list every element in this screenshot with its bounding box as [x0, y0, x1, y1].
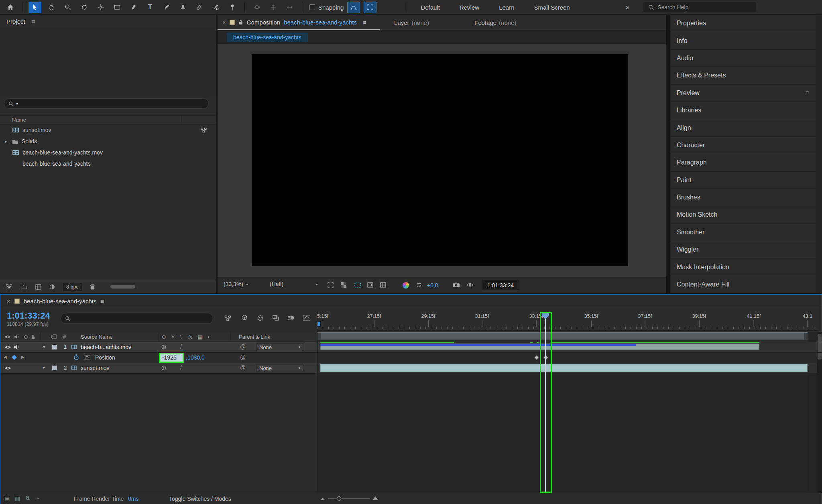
layer-row-2[interactable]: ▸ 2 sunset.mov / @ None ▾	[0, 363, 317, 373]
comp-breadcrumb[interactable]: beach-blue-sea-and-yachts	[227, 33, 308, 42]
stopwatch-icon[interactable]	[73, 354, 79, 360]
panel-item-effects-presets[interactable]: Effects & Presets	[670, 67, 816, 84]
layer-label-color[interactable]	[52, 365, 57, 371]
panel-menu-icon[interactable]: ≡	[363, 19, 366, 26]
previous-keyframe-icon[interactable]: ◀	[4, 355, 7, 359]
shy-switch-icon[interactable]	[161, 344, 167, 350]
frame-render-time-value[interactable]: 0ms	[128, 496, 138, 502]
expand-transfer-controls-icon[interactable]: ▥	[15, 495, 20, 502]
new-composition-icon[interactable]	[35, 284, 41, 290]
parent-dropdown[interactable]: None ▾	[256, 364, 303, 372]
grid-icon[interactable]	[380, 282, 386, 288]
eraser-tool[interactable]	[193, 2, 206, 13]
columns-tracks-divider[interactable]	[317, 311, 317, 493]
guides-icon[interactable]	[367, 282, 373, 288]
project-item-beach-comp[interactable]: beach-blue-sea-and-yachts	[0, 158, 216, 169]
transparency-grid-icon[interactable]	[341, 282, 346, 288]
bit-depth-button[interactable]: 8 bpc	[63, 283, 82, 291]
panel-item-libraries[interactable]: Libraries	[670, 102, 816, 119]
workspace-overflow-button[interactable]: »	[626, 3, 629, 11]
clone-stamp-tool[interactable]	[177, 2, 189, 13]
layer-name[interactable]: beach-b...achts.mov	[81, 344, 131, 350]
name-column-header[interactable]: Name	[12, 117, 26, 123]
composition-mini-flowchart-icon[interactable]	[224, 315, 231, 321]
source-name-column-header[interactable]: Source Name	[81, 334, 112, 340]
panel-item-paint[interactable]: Paint	[670, 172, 816, 189]
zoom-tool[interactable]	[61, 2, 74, 13]
quality-switch-icon[interactable]: /	[180, 364, 182, 371]
panel-item-brushes[interactable]: Brushes	[670, 189, 816, 206]
keyframe-diamond[interactable]	[543, 355, 549, 360]
hand-tool[interactable]	[45, 2, 58, 13]
zoom-dropdown[interactable]: (33,3%) ▾	[224, 281, 248, 287]
keyframe-diamond[interactable]	[534, 355, 539, 360]
zoom-in-mountain-icon[interactable]	[372, 496, 378, 500]
scroll-thumb[interactable]	[818, 334, 822, 360]
panel-item-smoother[interactable]: Smoother	[670, 224, 816, 241]
resolution-dropdown[interactable]: (Half) ▾	[270, 281, 318, 287]
adjustment-icon[interactable]	[49, 284, 55, 290]
current-timecode[interactable]: 1:01:33:24	[7, 311, 50, 321]
panel-item-align[interactable]: Align	[670, 119, 816, 136]
help-search-field[interactable]: Search Help	[643, 2, 756, 12]
mini-flowchart-icon[interactable]: ◔	[36, 495, 39, 502]
composition-canvas[interactable]	[252, 54, 628, 266]
timeline-ruler[interactable]: 5:15f 27:15f 29:15f 31:15f 33:15f 35:15f…	[317, 311, 818, 331]
hide-shy-icon[interactable]	[257, 315, 263, 321]
tab-layer[interactable]: Layer (none)	[394, 15, 429, 30]
panel-item-properties[interactable]: Properties	[670, 15, 816, 32]
reset-exposure-icon[interactable]	[416, 282, 422, 288]
next-keyframe-icon[interactable]: ▶	[21, 355, 24, 359]
snapping-checkbox[interactable]	[309, 4, 315, 10]
pick-whip-icon[interactable]: @	[240, 343, 246, 350]
snap-expand-toggle-icon[interactable]	[364, 2, 376, 13]
pen-tool[interactable]	[127, 2, 140, 13]
panel-item-paragraph[interactable]: Paragraph	[670, 154, 816, 171]
type-tool[interactable]: T	[144, 2, 157, 13]
workspace-tab-review[interactable]: Review	[452, 4, 487, 11]
new-folder-icon[interactable]	[20, 284, 27, 289]
workspace-tab-small-screen[interactable]: Small Screen	[526, 4, 578, 11]
comp-marker[interactable]	[317, 322, 320, 326]
draft-3d-icon[interactable]	[241, 315, 248, 321]
project-item-solids[interactable]: ▸ Solids	[0, 136, 216, 147]
shy-switch-icon[interactable]	[161, 365, 167, 371]
region-of-interest-icon[interactable]	[328, 282, 334, 288]
panel-menu-icon[interactable]: ≡	[806, 89, 809, 97]
work-area-end-handle[interactable]	[804, 333, 808, 339]
orbit-camera-tool[interactable]	[250, 2, 263, 13]
expander-icon[interactable]: ▸	[43, 365, 45, 370]
speaker-icon[interactable]	[14, 345, 19, 350]
layer-row-1[interactable]: ▾ 1 beach-b...achts.mov / @ None ▾	[0, 342, 317, 352]
project-item-sunset[interactable]: sunset.mov	[0, 124, 216, 136]
panel-item-audio[interactable]: Audio	[670, 50, 816, 67]
panel-item-content-aware-fill[interactable]: Content-Aware Fill	[670, 276, 816, 293]
position-x-value-field[interactable]: -1925	[160, 354, 183, 362]
eye-icon[interactable]	[4, 366, 11, 370]
dolly-camera-tool[interactable]	[283, 2, 296, 13]
expand-layer-switches-icon[interactable]: ▤	[4, 495, 10, 502]
pick-whip-icon[interactable]: @	[240, 354, 246, 360]
work-area-start-handle[interactable]	[317, 333, 321, 339]
exposure-value[interactable]: +0,0	[427, 282, 438, 289]
timeline-search-field[interactable]	[61, 313, 213, 324]
horizontal-scrollbar[interactable]	[110, 285, 135, 289]
expand-in-out-panes-icon[interactable]: ⇅	[25, 495, 30, 502]
selection-tool[interactable]	[28, 2, 41, 13]
workspace-tab-default[interactable]: Default	[413, 4, 448, 11]
panel-menu-icon[interactable]: ≡	[101, 298, 104, 305]
layer-label-color[interactable]	[52, 344, 57, 350]
graph-set-icon[interactable]	[84, 355, 90, 360]
graph-editor-icon[interactable]	[303, 315, 310, 321]
parent-link-column-header[interactable]: Parent & Link	[239, 334, 270, 340]
expander-icon[interactable]: ▾	[43, 344, 45, 350]
work-area-bar[interactable]	[317, 332, 808, 340]
snapshot-camera-icon[interactable]	[452, 282, 460, 288]
eye-icon[interactable]	[4, 345, 11, 350]
quality-switch-icon[interactable]: /	[180, 343, 182, 350]
playhead-line[interactable]	[545, 318, 546, 493]
home-icon[interactable]	[4, 2, 17, 13]
tab-composition[interactable]: × Composition beach-blue-sea-and-yachts …	[218, 15, 380, 30]
panel-item-mask-interpolation[interactable]: Mask Interpolation	[670, 258, 816, 276]
show-snapshot-icon[interactable]	[467, 282, 473, 288]
